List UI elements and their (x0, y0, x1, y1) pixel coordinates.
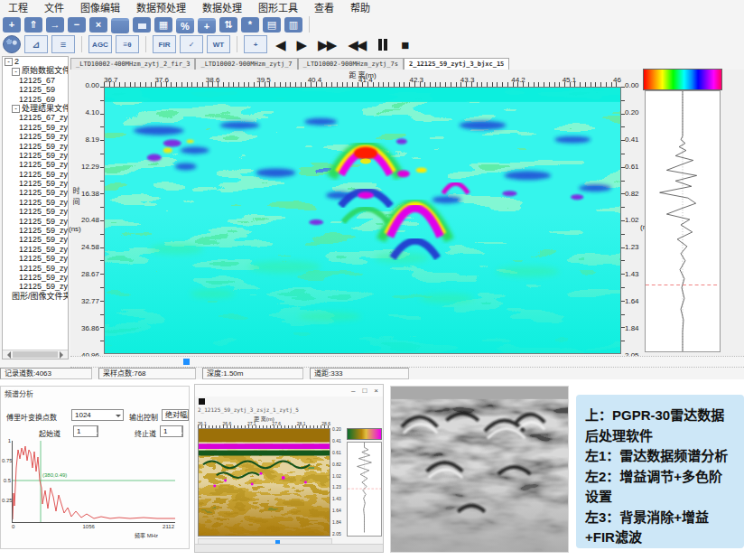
fast-forward-button[interactable]: ▶▶ (318, 38, 335, 51)
fir-filter-button[interactable]: FIR (153, 35, 176, 53)
step-back-button[interactable]: ◀ (275, 38, 284, 51)
tree-item[interactable]: 12125_59_zy (3, 151, 68, 160)
collapse-icon[interactable] (12, 105, 20, 113)
end-trace-spinner[interactable]: 1 (160, 425, 183, 437)
histogram-icon[interactable]: ⊿ (24, 35, 48, 53)
menu-item[interactable]: 查看 (306, 0, 342, 14)
document-tab[interactable]: _LTD10002-400MHzm_zytj_2_fir_3 (70, 58, 195, 70)
folder-cut-icon[interactable]: % (176, 18, 194, 33)
collapse-icon[interactable] (5, 58, 13, 66)
folder-add-icon[interactable]: + (198, 18, 216, 33)
import-icon[interactable]: → (46, 17, 64, 33)
settings-gear-icon[interactable]: * (241, 17, 259, 33)
tree-item[interactable]: 12125_59_zy (3, 160, 68, 169)
tree-folder-graphics[interactable]: 图形/图像文件夹 (3, 292, 68, 301)
open-folder-icon[interactable] (111, 18, 129, 33)
mini-toolbar (195, 397, 383, 406)
fft-points-select[interactable]: 1024 (71, 409, 124, 421)
radar-image-gold-palette[interactable] (198, 428, 330, 537)
save-image-icon[interactable]: ▦ (154, 17, 172, 33)
tree-item[interactable]: 12125_59_zy (3, 179, 68, 188)
tree-item[interactable]: 12125_59_zy (3, 254, 68, 263)
tree-item[interactable]: 12125_67 (3, 76, 68, 85)
document-tab[interactable]: _LTD10002-900MHzm_zytj_7 (195, 58, 297, 70)
plot-horizontal-scrollbar[interactable] (70, 356, 744, 368)
brush-edit-button[interactable]: ✓ (180, 35, 203, 53)
spinner-arrows-icon[interactable] (181, 426, 183, 437)
tree-item[interactable]: 12125_59_zy (3, 282, 68, 291)
scroll-thumb[interactable] (13, 351, 58, 358)
wiggle-trace-panel (347, 442, 382, 537)
window-title-bar: – □ × (195, 385, 383, 397)
document-tab[interactable]: 2_12125_59_zytj_3_zsjz_1_zytj_5 (195, 406, 383, 415)
tree-horizontal-scrollbar[interactable] (3, 350, 68, 359)
crosshair-marker-value: (380,0.49) (42, 472, 67, 478)
tree-item[interactable]: 12125_59_zy (3, 123, 68, 132)
tree-item[interactable]: 12125_59_zy (3, 142, 68, 151)
tree-item[interactable]: 12125_69 (3, 95, 68, 104)
separator (81, 36, 82, 52)
theta-filter-button[interactable]: ≡θ (116, 35, 139, 53)
new-file-icon[interactable]: + (3, 17, 21, 33)
maximize-button[interactable]: □ (362, 387, 367, 395)
document-tab[interactable]: _LTD10002-900MHzm_zytj_7s (298, 58, 404, 70)
tree-root[interactable]: 2 (3, 57, 68, 66)
tree-item[interactable]: 12125_59_zy (3, 207, 68, 216)
crosshair-button[interactable]: + (244, 35, 267, 53)
fft-points-label: 傅里叶变换点数 (6, 412, 57, 422)
minimize-button[interactable]: – (351, 387, 355, 395)
gold-colorbar (347, 428, 382, 440)
tree-item[interactable]: 12125_59_zy (3, 226, 68, 235)
tree-item[interactable]: 12125_59_zy (3, 132, 68, 141)
stop-icon[interactable] (199, 398, 205, 405)
spectrum-plot[interactable] (12, 441, 175, 523)
menu-item[interactable]: 工程 (0, 0, 36, 14)
tree-folder-processed[interactable]: 处理结果文件夹 (3, 104, 68, 113)
tree-item[interactable]: 12125_59_zy (3, 170, 68, 179)
tree-folder-raw-data[interactable]: 原始数据文件夹 (3, 66, 68, 75)
palette-icon[interactable] (3, 35, 21, 53)
stop-button[interactable]: ■ (401, 38, 407, 51)
document-tab-active[interactable]: 2_12125_59_zytj_3_bjxc_15 (404, 58, 509, 70)
menu-item[interactable]: 数据预处理 (128, 0, 194, 14)
list-icon[interactable]: ≡ (51, 35, 75, 53)
spinner-arrows-icon[interactable] (97, 426, 98, 437)
output-control-field[interactable]: 绝对幅度谱 (162, 409, 189, 421)
menu-item[interactable]: 数据处理 (194, 0, 250, 14)
play-button[interactable]: ▶ (297, 38, 306, 51)
scroll-position-marker[interactable] (183, 359, 190, 365)
save-icon[interactable] (133, 17, 151, 33)
print-preview-icon[interactable]: ▥ (284, 17, 302, 33)
delete-file-icon[interactable]: × (89, 17, 107, 33)
window-status-strip (195, 544, 383, 552)
start-trace-spinner[interactable]: 1 (73, 425, 98, 437)
collapse-icon[interactable] (12, 68, 20, 76)
radar-profile-image[interactable] (104, 87, 621, 354)
tree-item[interactable]: 12125_59_zy (3, 217, 68, 226)
spectrum-y-ticks: 10.750.50.25 (2, 438, 11, 503)
scroll-right-icon[interactable] (60, 351, 67, 359)
tree-item[interactable]: 12125_59_zy (3, 273, 68, 282)
tree-item[interactable]: 12125_59_zy (3, 245, 68, 254)
print-icon[interactable]: ▤ (263, 17, 281, 33)
close-file-icon[interactable]: − (68, 17, 86, 33)
menu-item[interactable]: 文件 (36, 0, 72, 14)
caption-box: 上：PGPR-30雷达数据后处理软件 左1：雷达数据频谱分析 左2：增益调节+多… (576, 395, 744, 548)
close-button[interactable]: × (374, 387, 378, 395)
tree-item[interactable]: 12125_59_zy (3, 198, 68, 207)
tree-item[interactable]: 12125_67_zy (3, 113, 68, 122)
agc-gain-button[interactable]: AGC (88, 35, 112, 53)
refresh-icon[interactable]: ⇅ (219, 17, 237, 33)
menu-item[interactable]: 图形工具 (250, 0, 306, 14)
tree-item[interactable]: 12125_59_zy (3, 235, 68, 244)
tree-item[interactable]: 12125_59 (3, 85, 68, 94)
menu-item[interactable]: 帮助 (342, 0, 378, 14)
wavelet-button[interactable]: WT (207, 35, 230, 53)
tree-item[interactable]: 12125_59_zy (3, 188, 68, 197)
menu-item[interactable]: 图像编辑 (72, 0, 128, 14)
tree-item[interactable]: 12125_59_zy (3, 264, 68, 273)
pause-button[interactable] (378, 39, 387, 51)
scroll-left-icon[interactable] (4, 351, 11, 359)
rewind-button[interactable]: ◀◀ (348, 38, 365, 51)
paste-icon[interactable]: ⇑ (24, 17, 42, 33)
